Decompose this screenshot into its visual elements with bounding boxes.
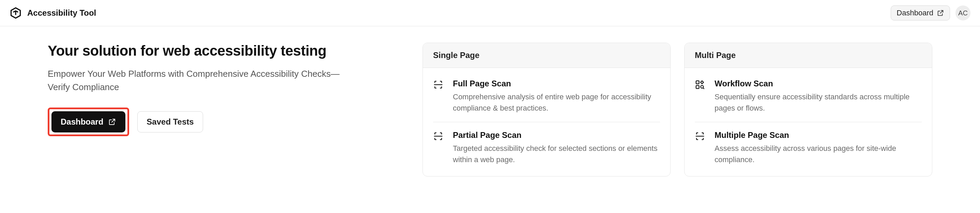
scan-icon <box>433 79 445 114</box>
dashboard-link-label: Dashboard <box>897 8 933 18</box>
main-content: Your solution for web accessibility test… <box>0 26 980 190</box>
card-header: Single Page <box>423 43 670 68</box>
item-desc: Targeted accessibility check for selecte… <box>453 143 660 165</box>
item-text: Workflow Scan Sequentially ensure access… <box>714 79 922 114</box>
item-title: Workflow Scan <box>714 79 922 88</box>
item-title: Partial Page Scan <box>453 130 660 140</box>
hero-subtitle: Empower Your Web Platforms with Comprehe… <box>48 67 361 94</box>
item-text: Multiple Page Scan Assess accessibility … <box>714 130 922 165</box>
multi-page-card: Multi Page Workflow Scan Sequentially en… <box>684 43 932 176</box>
external-link-icon <box>108 118 116 126</box>
item-text: Partial Page Scan Targeted accessibility… <box>453 130 660 165</box>
hero-section: Your solution for web accessibility test… <box>48 43 395 176</box>
card-body: Workflow Scan Sequentially ensure access… <box>684 68 932 176</box>
dashboard-button[interactable]: Dashboard <box>51 111 126 133</box>
single-page-card: Single Page Full Page Scan Comprehensive… <box>423 43 671 176</box>
hero-title: Your solution for web accessibility test… <box>48 43 395 59</box>
header-right: Dashboard AC <box>891 5 970 21</box>
brand-logo-icon <box>10 7 22 19</box>
card-header: Multi Page <box>684 43 932 68</box>
item-text: Full Page Scan Comprehensive analysis of… <box>453 79 660 114</box>
hero-buttons: Dashboard Saved Tests <box>48 107 395 136</box>
multiple-page-scan-item[interactable]: Multiple Page Scan Assess accessibility … <box>695 122 922 173</box>
partial-page-scan-item[interactable]: Partial Page Scan Targeted accessibility… <box>433 122 660 173</box>
brand-name: Accessibility Tool <box>27 8 96 18</box>
external-link-icon <box>937 9 944 17</box>
dashboard-link-button[interactable]: Dashboard <box>891 5 950 21</box>
item-desc: Assess accessibility across various page… <box>714 143 922 165</box>
full-page-scan-item[interactable]: Full Page Scan Comprehensive analysis of… <box>433 70 660 122</box>
saved-tests-button-label: Saved Tests <box>146 117 194 127</box>
item-desc: Sequentially ensure accessibility standa… <box>714 91 922 114</box>
workflow-scan-item[interactable]: Workflow Scan Sequentially ensure access… <box>695 70 922 122</box>
cards-row: Single Page Full Page Scan Comprehensive… <box>423 43 932 176</box>
app-header: Accessibility Tool Dashboard AC <box>0 0 980 26</box>
scan-icon <box>433 130 445 165</box>
brand: Accessibility Tool <box>10 7 96 19</box>
user-avatar[interactable]: AC <box>956 5 970 21</box>
saved-tests-button[interactable]: Saved Tests <box>137 111 203 133</box>
item-title: Multiple Page Scan <box>714 130 922 140</box>
workflow-icon <box>695 79 706 114</box>
item-desc: Comprehensive analysis of entire web pag… <box>453 91 660 114</box>
scan-icon <box>695 130 706 165</box>
card-body: Full Page Scan Comprehensive analysis of… <box>423 68 670 176</box>
highlight-annotation: Dashboard <box>48 107 129 136</box>
dashboard-button-label: Dashboard <box>60 117 103 127</box>
avatar-initials: AC <box>958 9 968 17</box>
item-title: Full Page Scan <box>453 79 660 88</box>
